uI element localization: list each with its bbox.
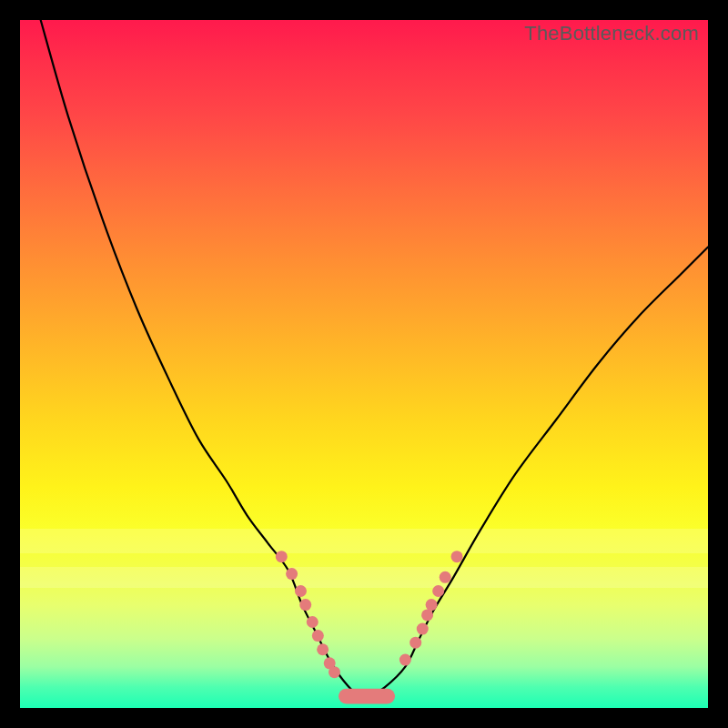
plot-area: TheBottleneck.com bbox=[20, 20, 708, 708]
data-marker bbox=[410, 637, 421, 649]
data-marker bbox=[426, 599, 438, 611]
data-marker bbox=[295, 585, 307, 597]
data-marker bbox=[329, 666, 340, 678]
data-marker bbox=[307, 616, 318, 628]
chart-frame: TheBottleneck.com bbox=[0, 0, 728, 728]
bottom-bar-marker bbox=[339, 689, 395, 704]
data-marker bbox=[286, 568, 298, 580]
data-marker bbox=[451, 551, 463, 562]
data-marker bbox=[417, 623, 429, 635]
data-marker bbox=[440, 571, 451, 583]
data-marker bbox=[276, 551, 288, 562]
data-marker bbox=[432, 585, 444, 597]
data-marker bbox=[317, 643, 329, 655]
data-markers bbox=[276, 551, 463, 703]
data-marker bbox=[399, 654, 411, 666]
bottleneck-curve bbox=[41, 20, 708, 695]
data-marker bbox=[312, 630, 324, 642]
data-marker bbox=[421, 609, 433, 621]
data-marker bbox=[299, 599, 311, 611]
curve-layer bbox=[20, 20, 708, 708]
watermark-text: TheBottleneck.com bbox=[524, 22, 699, 46]
